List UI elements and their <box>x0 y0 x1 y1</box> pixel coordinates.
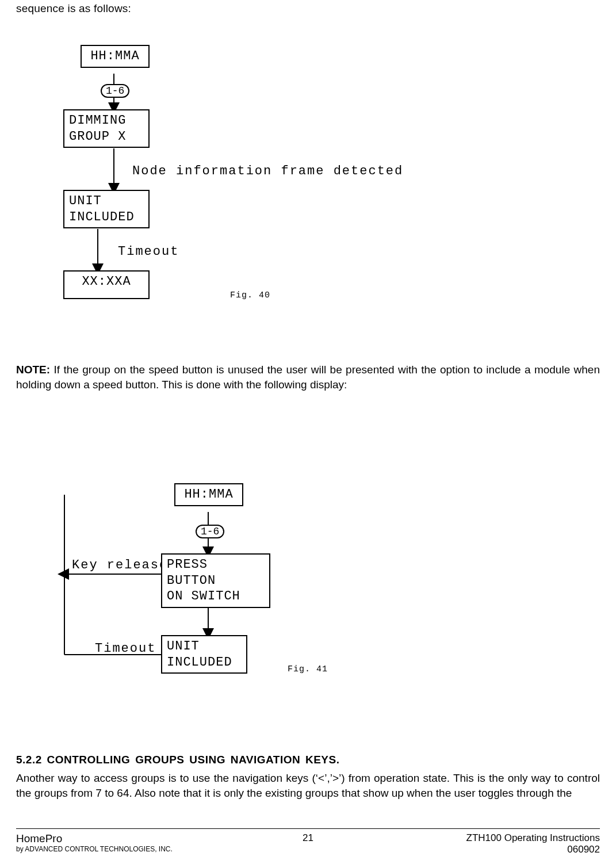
fig40-capsule-1-6: 1-6 <box>101 84 129 98</box>
fig41-box3-l1: UNIT <box>167 639 200 653</box>
footer-sub: by ADVANCED CONTROL TECHNOLOGIES, INC. <box>16 845 173 853</box>
fig40-box2-l2: GROUP X <box>69 129 126 144</box>
fig40-box-xxxxa: XX:XXA <box>63 270 150 299</box>
fig40-box1-text: HH:MMA <box>90 49 139 63</box>
fig40-box-dimming: DIMMING GROUP X <box>63 109 150 148</box>
footer-left: HomePro by ADVANCED CONTROL TECHNOLOGIES… <box>16 832 173 853</box>
fig41-box2-l2: ON SWITCH <box>167 589 240 603</box>
footer-brand: HomePro <box>16 832 173 845</box>
figure-41: HH:MMA 1-6 Key released PRESS BUTTON ON … <box>0 472 616 725</box>
fig41-box-hhmma: HH:MMA <box>174 483 243 506</box>
fig41-box3-l2: INCLUDED <box>167 655 232 670</box>
fig40-box3-l2: INCLUDED <box>69 210 135 224</box>
fig40-box4-text: XX:XXA <box>82 274 131 289</box>
fig41-capsule-1-6: 1-6 <box>196 525 224 538</box>
footer-date: 060902 <box>466 844 600 855</box>
note-text: If the group on the speed button is unus… <box>16 364 600 391</box>
footer-page-number: 21 <box>303 832 313 844</box>
note-label: NOTE: <box>16 364 50 376</box>
note-block: NOTE: If the group on the speed button i… <box>16 362 600 392</box>
fig41-timeout-label: Timeout <box>95 641 156 656</box>
fig40-box-hhmma: HH:MMA <box>81 45 150 68</box>
footer-right: ZTH100 Operating Instructions 060902 <box>466 832 600 855</box>
fig41-box2-l1: PRESS BUTTON <box>167 557 216 588</box>
fig41-caption: Fig. 41 <box>288 664 328 674</box>
fig41-box1-text: HH:MMA <box>184 487 233 502</box>
fig40-caption: Fig. 40 <box>230 291 270 300</box>
fig41-box-unit-included: UNIT INCLUDED <box>161 635 247 674</box>
figure-40: HH:MMA 1-6 DIMMING GROUP X Node informat… <box>0 17 616 339</box>
section-heading: 5.2.2 CONTROLLING GROUPS USING NAVIGATIO… <box>16 754 339 766</box>
page-footer: HomePro by ADVANCED CONTROL TECHNOLOGIES… <box>16 828 600 855</box>
footer-doc: ZTH100 Operating Instructions <box>466 832 600 844</box>
fig40-node-info-label: Node information frame detected <box>132 164 403 178</box>
fig40-box3-l1: UNIT <box>69 194 102 208</box>
section-body: Another way to access groups is to use t… <box>16 771 600 800</box>
fig40-box2-l1: DIMMING <box>69 113 126 128</box>
fig40-box-unit-included: UNIT INCLUDED <box>63 190 150 228</box>
fig41-cap-text: 1-6 <box>201 526 219 537</box>
intro-fragment: sequence is as follows: <box>16 0 600 15</box>
fig40-timeout-label: Timeout <box>118 244 179 259</box>
fig41-box-press-button: PRESS BUTTON ON SWITCH <box>161 553 270 608</box>
fig40-cap-text: 1-6 <box>106 85 124 97</box>
